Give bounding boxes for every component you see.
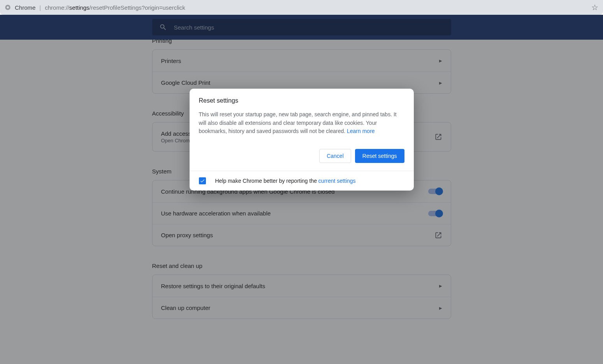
row-label: Google Cloud Print <box>161 79 211 86</box>
toggle-hardware-accel[interactable] <box>428 211 442 216</box>
card-printing: Printers ▸ Google Cloud Print ▸ <box>152 49 451 94</box>
toggle-continue-running[interactable] <box>428 189 442 194</box>
title-separator: | <box>39 4 41 11</box>
row-restore-defaults[interactable]: Restore settings to their original defau… <box>153 275 451 297</box>
report-settings-checkbox[interactable] <box>199 177 206 184</box>
svg-point-1 <box>7 6 9 9</box>
search-placeholder: Search settings <box>174 24 214 31</box>
dialog-body: This will reset your startup page, new t… <box>199 110 404 136</box>
row-label: Clean up computer <box>161 304 211 311</box>
learn-more-link[interactable]: Learn more <box>347 128 375 134</box>
row-label: Restore settings to their original defau… <box>161 283 265 289</box>
chevron-right-icon: ▸ <box>439 282 442 289</box>
row-printers[interactable]: Printers ▸ <box>153 50 451 72</box>
open-external-icon <box>434 231 442 239</box>
reset-settings-button[interactable]: Reset settings <box>355 149 404 163</box>
row-hardware-accel: Use hardware acceleration when available <box>153 202 451 224</box>
chevron-right-icon: ▸ <box>439 79 442 86</box>
chrome-icon <box>5 4 11 10</box>
row-label: Printers <box>161 58 181 64</box>
card-reset: Restore settings to their original defau… <box>152 275 451 319</box>
section-title-reset: Reset and clean up <box>152 262 451 269</box>
search-settings-box[interactable]: Search settings <box>152 19 451 35</box>
chevron-right-icon: ▸ <box>439 57 442 64</box>
row-label: Use hardware acceleration when available <box>161 210 271 217</box>
row-clean-up[interactable]: Clean up computer ▸ <box>153 297 451 318</box>
reset-settings-dialog: Reset settings This will reset your star… <box>190 89 414 191</box>
search-icon <box>159 23 167 31</box>
section-title-printing: Printing <box>152 40 451 44</box>
cancel-button[interactable]: Cancel <box>319 149 351 163</box>
chevron-right-icon: ▸ <box>439 304 442 312</box>
browser-tab-bar: Chrome | chrome://settings/resetProfileS… <box>0 0 603 15</box>
check-icon <box>200 178 205 184</box>
row-open-proxy[interactable]: Open proxy settings <box>153 224 451 246</box>
row-label: Open proxy settings <box>161 232 213 238</box>
settings-topbar: Search settings <box>0 15 603 40</box>
browser-title: Chrome <box>15 4 35 11</box>
current-settings-link[interactable]: current settings <box>318 178 356 184</box>
bookmark-star-icon[interactable]: ☆ <box>591 3 598 12</box>
report-settings-label: Help make Chrome better by reporting the… <box>215 178 356 184</box>
omnibox-url[interactable]: chrome://settings/resetProfileSettings?o… <box>45 4 185 11</box>
dialog-title: Reset settings <box>199 97 404 104</box>
open-external-icon <box>434 133 442 141</box>
